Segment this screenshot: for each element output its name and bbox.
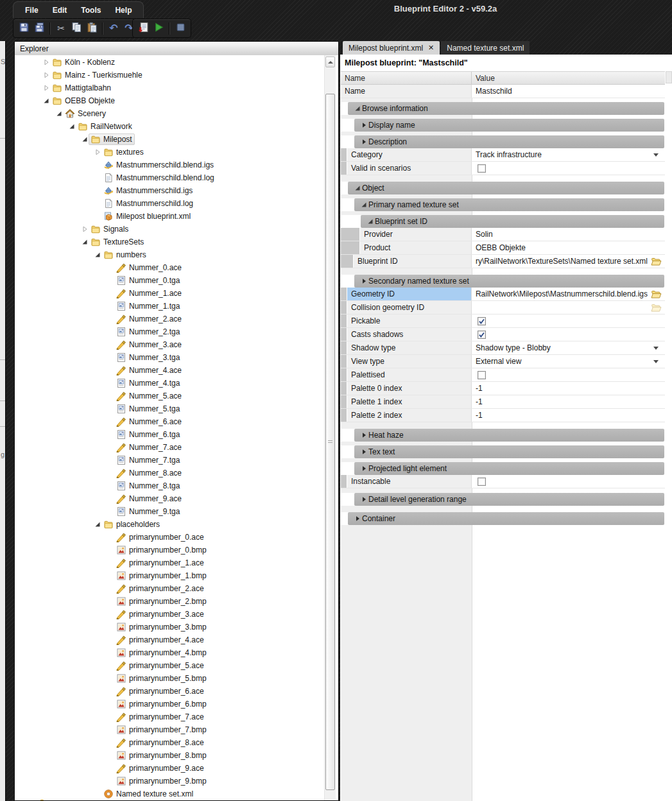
tree-item[interactable]: Mastnummerschild.log [15, 197, 338, 210]
tree-item[interactable]: primarynumber_6.ace [15, 685, 338, 698]
tree-item[interactable]: TextureSets [15, 236, 338, 248]
tree-item[interactable]: Nummer_8.ace [15, 467, 338, 479]
property-group-detail-level-generation-range[interactable]: Detail level generation range [354, 493, 664, 506]
tree-item[interactable]: Named texture set.xml [15, 788, 338, 800]
property-value-text[interactable]: Solin [472, 228, 664, 241]
checkbox-unchecked[interactable] [472, 475, 664, 488]
browse-folder-icon[interactable] [651, 289, 662, 299]
property-row-palette-1-index[interactable]: Palette 1 index-1 [341, 395, 665, 409]
export-button[interactable] [135, 21, 151, 36]
property-value-dropdown[interactable]: Shadow type - Blobby [472, 341, 664, 354]
tree-item[interactable]: Nummer_2.tga [15, 325, 338, 338]
chevron-collapsed-icon[interactable] [42, 59, 51, 65]
chevron-collapsed-icon[interactable] [80, 226, 89, 232]
property-row-collision-geometry-id[interactable]: Collision geometry ID [341, 301, 665, 314]
property-value-text[interactable]: OEBB Objekte [472, 241, 664, 254]
chevron-collapsed-icon[interactable] [353, 515, 362, 522]
property-value-file[interactable]: RailNetwork\Milepost\Mastnummerschild.bl… [472, 288, 664, 300]
tree-item[interactable]: primarynumber_4.bmp [15, 646, 338, 659]
tree-item[interactable]: Nummer_7.tga [15, 454, 338, 467]
chevron-collapsed-icon[interactable] [93, 149, 102, 155]
property-value-text[interactable]: -1 [472, 382, 664, 395]
checkbox-unchecked[interactable] [472, 368, 664, 381]
tree-item[interactable]: primarynumber_5.ace [15, 659, 338, 672]
property-group-blueprint-set-id[interactable]: Blueprint set ID [361, 215, 664, 228]
property-row-view-type[interactable]: View typeExternal view [341, 355, 665, 368]
browse-folder-icon[interactable] [651, 256, 662, 266]
tree-item[interactable]: Mainz - Tuerkismuehle [15, 69, 338, 82]
tree-item[interactable]: primarynumber_2.bmp [15, 595, 338, 608]
tree-item[interactable]: Nummer_7.ace [15, 441, 338, 454]
property-group-tex-text[interactable]: Tex text [354, 445, 664, 458]
checkbox-checked[interactable] [472, 328, 664, 341]
chevron-collapsed-icon[interactable] [42, 72, 51, 78]
property-row-palette-0-index[interactable]: Palette 0 index-1 [341, 382, 665, 395]
tree-item[interactable]: primarynumber_6.bmp [15, 698, 338, 711]
stop-button[interactable] [173, 21, 188, 36]
chevron-expanded-icon[interactable] [67, 123, 76, 130]
tree-item[interactable]: Nummer_5.tga [15, 402, 338, 415]
property-group-browse-information[interactable]: Browse information [348, 102, 664, 115]
tree-item[interactable]: Nummer_6.ace [15, 415, 338, 428]
tree-item[interactable]: Mastnummerschild.blend.igs [15, 159, 338, 171]
tree-item[interactable]: Scenery [15, 107, 338, 120]
tree-item[interactable]: primarynumber_8.bmp [15, 749, 338, 762]
tree-item[interactable]: primarynumber_2.ace [15, 582, 338, 595]
browse-folder-icon[interactable] [651, 302, 662, 313]
chevron-collapsed-icon[interactable] [359, 496, 368, 503]
property-group-secondary-named-texture-set[interactable]: Secondary named texture set [354, 275, 664, 288]
property-row-geometry-id[interactable]: Geometry IDRailNetwork\Milepost\Mastnumm… [341, 288, 665, 301]
cut-button[interactable]: ✂ [53, 21, 69, 36]
checkbox-checked[interactable] [472, 314, 664, 327]
tree-item[interactable]: primarynumber_3.bmp [15, 621, 338, 633]
paste-button[interactable] [84, 21, 99, 36]
property-row-valid-in-scenarios[interactable]: Valid in scenarios [341, 162, 665, 175]
dropdown-arrow-icon[interactable] [653, 347, 659, 350]
tree-item[interactable]: Nummer_5.ace [15, 390, 338, 402]
chevron-expanded-icon[interactable] [42, 98, 51, 104]
tree-item[interactable]: Nummer_9.tga [15, 505, 338, 518]
tree-item[interactable]: primarynumber_8.ace [15, 736, 338, 749]
tree-item[interactable]: Nummer_4.tga [15, 377, 338, 390]
property-row-palettised[interactable]: Palettised [341, 368, 665, 382]
tab-milepost-blueprint-xml[interactable]: Milepost blueprint.xml✕ [343, 41, 440, 55]
property-value-file[interactable]: ry\RailNetwork\TextureSets\Named texture… [472, 255, 664, 268]
property-row-pickable[interactable]: Pickable [341, 314, 665, 328]
tree-item[interactable]: Nummer_1.tga [15, 300, 338, 313]
tree-item[interactable]: textures [15, 146, 338, 159]
chevron-expanded-icon[interactable] [366, 218, 375, 225]
tree-item[interactable]: Nummer_4.ace [15, 364, 338, 377]
tree-item[interactable]: placeholders [15, 518, 338, 531]
property-value-dropdown[interactable]: External view [472, 355, 664, 368]
checkbox-unchecked[interactable] [472, 162, 664, 175]
scrollbar-thumb[interactable] [325, 94, 335, 790]
tree-item[interactable]: primarynumber_9.bmp [15, 775, 338, 788]
save-all-button[interactable] [31, 21, 47, 36]
property-value-dropdown[interactable]: Track infrastructure [472, 148, 664, 161]
chevron-collapsed-icon[interactable] [359, 465, 368, 472]
tree-item[interactable]: Nummer_3.ace [15, 338, 338, 351]
copy-button[interactable] [69, 21, 84, 36]
tree-item[interactable]: Milepost [15, 133, 338, 146]
property-value-text[interactable]: -1 [472, 395, 664, 408]
chevron-collapsed-icon[interactable] [359, 432, 368, 438]
tree-item[interactable]: primarynumber_4.ace [15, 633, 338, 646]
tree-item[interactable]: Mattigtalbahn [15, 82, 338, 94]
explorer-scrollbar[interactable] [324, 55, 336, 800]
property-group-description[interactable]: Description [354, 135, 664, 148]
tree-item[interactable]: Köln - Koblenz [15, 56, 338, 69]
tree-item[interactable]: primarynumber_0.bmp [15, 544, 338, 556]
chevron-collapsed-icon[interactable] [359, 449, 368, 455]
property-row-casts-shadows[interactable]: Casts shadows [341, 328, 665, 341]
tree-item[interactable]: Nummer_6.tga [15, 428, 338, 441]
property-row-provider[interactable]: ProviderSolin [341, 228, 665, 241]
tree-item[interactable]: primarynumber_7.ace [15, 711, 338, 723]
property-row-blueprint-id[interactable]: Blueprint IDry\RailNetwork\TextureSets\N… [341, 255, 665, 268]
close-icon[interactable]: ✕ [428, 44, 434, 52]
menu-edit[interactable]: Edit [46, 6, 74, 15]
property-row-shadow-type[interactable]: Shadow typeShadow type - Blobby [341, 341, 665, 355]
property-value-text[interactable]: -1 [472, 409, 664, 422]
tree-item[interactable]: Nummer_0.ace [15, 261, 338, 274]
play-button[interactable] [151, 21, 166, 36]
chevron-collapsed-icon[interactable] [42, 85, 51, 91]
